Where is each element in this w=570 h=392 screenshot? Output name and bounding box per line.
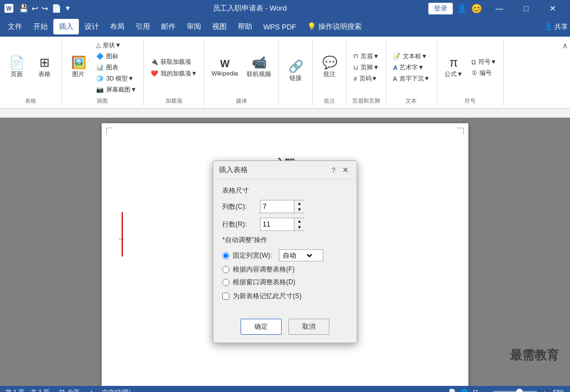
quick-access-undo[interactable]: ↩ xyxy=(32,4,38,13)
dialog-help-button[interactable]: ? xyxy=(328,164,339,175)
ribbon-btn-symbol[interactable]: Ω 符号▼ xyxy=(468,57,500,67)
rows-spin-up[interactable]: ▲ xyxy=(294,218,304,224)
ribbon-group-link-items: 🔗 链接 xyxy=(282,40,309,103)
menu-mailings[interactable]: 邮件 xyxy=(156,19,181,34)
quick-access-new[interactable]: 📄 xyxy=(52,4,61,13)
dialog-input-rows[interactable] xyxy=(261,219,294,230)
menu-layout[interactable]: 布局 xyxy=(104,19,130,34)
status-zoom-percent[interactable]: 43% xyxy=(552,389,564,392)
quick-access-more[interactable]: ▼ xyxy=(64,4,71,12)
status-view-web[interactable]: 🌐 xyxy=(461,389,468,393)
ribbon-btn-page-number[interactable]: # 页码▼ xyxy=(350,73,382,84)
menu-view[interactable]: 视图 xyxy=(207,19,232,34)
ribbon-btn-chart[interactable]: 📊 图表 xyxy=(93,62,140,73)
rows-spin-down[interactable]: ▼ xyxy=(294,224,304,230)
menu-wps-pdf[interactable]: WPS PDF xyxy=(258,19,302,34)
dialog-spinner-cols: ▲ ▼ xyxy=(294,200,304,213)
login-button[interactable]: 登录 xyxy=(428,3,453,14)
ribbon-btn-numbering[interactable]: ① 编号 xyxy=(468,68,500,78)
status-bar: 第 1 页，共 1 页 21 个字 ✓ 中文(中国) 📄 🌐 ⊡ － ＋ 43% xyxy=(0,386,570,392)
ribbon-btn-screenshot[interactable]: 📷 屏幕截图▼ xyxy=(93,84,140,95)
ribbon-btn-page[interactable]: 📄 页面 xyxy=(3,54,30,81)
ribbon-btn-link[interactable]: 🔗 链接 xyxy=(282,58,309,85)
ribbon-btn-get-addins-label: 获取加载项 xyxy=(161,58,191,66)
ribbon-btn-wordart[interactable]: A 艺术字▼ xyxy=(389,62,433,73)
ribbon-collapse-button[interactable]: ∧ xyxy=(562,41,568,50)
radio-content-label[interactable]: 根据内容调整表格(F) xyxy=(233,265,294,274)
ribbon-btn-wikipedia[interactable]: W Wikipedia xyxy=(208,56,242,79)
menu-references[interactable]: 引用 xyxy=(130,19,156,34)
footer-icon: ⊔ xyxy=(353,64,358,71)
status-zoom-out[interactable]: － xyxy=(482,388,488,393)
ribbon-btn-shape-label: 形状▼ xyxy=(103,41,121,49)
radio-window-label[interactable]: 根据窗口调整表格(D) xyxy=(233,278,296,287)
ribbon-group-header-footer-items: ⊓ 页眉▼ ⊔ 页脚▼ # 页码▼ xyxy=(350,40,382,95)
checkbox-remember[interactable] xyxy=(222,293,229,300)
dialog-input-cols[interactable] xyxy=(261,201,294,212)
menu-file[interactable]: 文件 xyxy=(2,19,28,34)
ribbon-btn-picture[interactable]: 🖼️ 图片 xyxy=(65,54,92,81)
ribbon-btn-formula[interactable]: π 公式▼ xyxy=(441,54,467,81)
ribbon-btn-my-addins[interactable]: ❤️ 我的加载项▼ xyxy=(147,68,201,79)
ribbon-btn-dropcap[interactable]: A 首字下沉▼ xyxy=(389,73,433,84)
status-zoom-in[interactable]: ＋ xyxy=(542,388,548,393)
ribbon-group-comment: 💬 批注 批注 xyxy=(313,39,347,106)
cols-spin-up[interactable]: ▲ xyxy=(294,200,304,207)
status-spell-check-icon[interactable]: ✓ xyxy=(88,389,93,393)
ribbon-btn-table[interactable]: ⊞ 表格 xyxy=(31,54,58,81)
ribbon-btn-picture-label: 图片 xyxy=(72,70,84,78)
status-view-focus[interactable]: ⊡ xyxy=(473,389,478,393)
maximize-button[interactable]: □ xyxy=(513,0,539,17)
radio-fixed[interactable] xyxy=(222,252,229,259)
ribbon-btn-comment-label: 批注 xyxy=(323,70,336,78)
checkbox-remember-label[interactable]: 为新表格记忆此尺寸(S) xyxy=(233,292,302,301)
menu-search[interactable]: 💡 操作说明搜索 xyxy=(302,19,367,34)
autofit-select[interactable]: 自动 xyxy=(279,250,314,261)
status-right: 📄 🌐 ⊡ － ＋ 43% xyxy=(448,388,564,393)
ribbon-group-table-label: 表格 xyxy=(25,95,36,105)
menu-review[interactable]: 审阅 xyxy=(181,19,207,34)
menu-insert[interactable]: 插入 xyxy=(53,19,79,34)
status-language: 中文(中国) xyxy=(102,388,131,393)
checkbox-row-remember: 为新表格记忆此尺寸(S) xyxy=(222,292,348,301)
dialog-row-cols: 列数(C): ▲ ▼ xyxy=(222,200,348,213)
radio-fixed-label[interactable]: 固定列宽(W): xyxy=(233,251,272,260)
menu-help[interactable]: 帮助 xyxy=(232,19,258,34)
dialog-spinner-rows: ▲ ▼ xyxy=(294,218,304,230)
ribbon-group-symbol: π 公式▼ Ω 符号▼ ① 编号 符号 xyxy=(437,39,504,106)
dialog-ok-button[interactable]: 确定 xyxy=(241,319,282,335)
ribbon-btn-dropcap-label: 首字下沉▼ xyxy=(399,74,430,83)
title-bar-left: W 💾 ↩ ↪ 📄 ▼ xyxy=(4,4,71,13)
dialog-cancel-button[interactable]: 取消 xyxy=(288,319,329,335)
menu-design[interactable]: 设计 xyxy=(79,19,104,34)
ribbon-btn-formula-label: 公式▼ xyxy=(444,70,463,78)
menu-home[interactable]: 开始 xyxy=(28,19,53,34)
share-label[interactable]: 👤 共享 xyxy=(544,22,568,32)
radio-content[interactable] xyxy=(222,266,229,273)
dialog-close-button[interactable]: ✕ xyxy=(340,164,351,175)
ribbon-btn-shape[interactable]: △ 形状▼ xyxy=(93,40,140,51)
ribbon-btn-header[interactable]: ⊓ 页眉▼ xyxy=(350,51,382,62)
ribbon-btn-footer[interactable]: ⊔ 页脚▼ xyxy=(350,62,382,73)
dialog-section-autofit: *自动调整"操作 xyxy=(222,235,348,245)
picture-icon: 🖼️ xyxy=(71,57,86,69)
quick-access-redo[interactable]: ↪ xyxy=(42,4,48,13)
radio-window[interactable] xyxy=(222,279,229,286)
cols-spin-down[interactable]: ▼ xyxy=(294,207,304,213)
ribbon-btn-page-number-label: 页码▼ xyxy=(359,74,378,83)
ribbon-btn-textbox[interactable]: 📝 文本框▼ xyxy=(389,51,433,62)
ruler xyxy=(0,109,570,118)
ribbon-btn-online-video[interactable]: 📹 联机视频 xyxy=(243,54,275,81)
ribbon-btn-3dmodel[interactable]: 🧊 3D 模型▼ xyxy=(93,73,140,84)
status-view-print[interactable]: 📄 xyxy=(448,389,456,393)
get-addins-icon: 🔌 xyxy=(151,58,158,66)
ribbon-btn-get-addins[interactable]: 🔌 获取加载项 xyxy=(147,57,201,67)
minimize-button[interactable]: — xyxy=(487,0,512,17)
ribbon-group-text-label: 文本 xyxy=(406,95,417,105)
ribbon-btn-icon[interactable]: 🔷 图标 xyxy=(93,51,140,62)
close-button[interactable]: ✕ xyxy=(540,0,566,17)
ribbon-btn-comment[interactable]: 💬 批注 xyxy=(316,54,343,81)
3dmodel-icon: 🧊 xyxy=(96,75,104,82)
ribbon-group-addins-items: 🔌 获取加载项 ❤️ 我的加载项▼ xyxy=(147,40,201,95)
quick-access-save[interactable]: 💾 xyxy=(19,4,28,13)
